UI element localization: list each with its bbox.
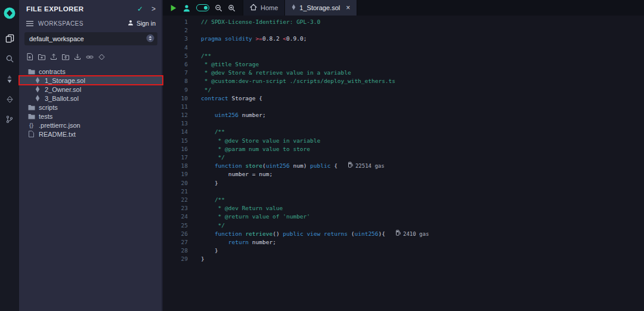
tree-item-tests[interactable]: tests xyxy=(19,112,163,121)
code-text: * @dev Store value in variable xyxy=(197,137,320,145)
code-line-2[interactable]: 2 xyxy=(163,26,644,35)
tree-item-.prettierrc.json[interactable]: {}.prettierrc.json xyxy=(19,121,163,130)
close-tab-icon[interactable]: × xyxy=(346,4,350,11)
code-line-25[interactable]: 25 */ xyxy=(163,221,644,230)
file-tree: contracts1_Storage.sol2_Owner.sol3_Ballo… xyxy=(19,67,163,138)
line-number[interactable]: 14 xyxy=(163,128,197,136)
code-line-8[interactable]: 8 * @custom:dev-run-script ./scripts/dep… xyxy=(163,77,644,85)
line-number[interactable]: 4 xyxy=(163,44,197,52)
code-line-20[interactable]: 20 } xyxy=(163,179,644,187)
tree-item-README.txt[interactable]: README.txt xyxy=(19,130,163,138)
zoom-out-button[interactable] xyxy=(215,4,222,12)
code-line-13[interactable]: 13 xyxy=(163,119,644,128)
tree-item-2_Owner.sol[interactable]: 2_Owner.sol xyxy=(19,85,163,94)
code-line-22[interactable]: 22 /** xyxy=(163,196,644,204)
line-number[interactable]: 7 xyxy=(163,69,197,77)
code-line-11[interactable]: 11 xyxy=(163,103,644,111)
code-line-29[interactable]: 29} xyxy=(163,255,644,263)
code-line-1[interactable]: 1// SPDX-License-Identifier: GPL-3.0 xyxy=(163,18,644,26)
code-line-26[interactable]: 26 function retrieve() public view retur… xyxy=(163,230,644,238)
code-line-27[interactable]: 27 return number; xyxy=(163,238,644,247)
code-line-3[interactable]: 3pragma solidity >=0.8.2 <0.9.0; xyxy=(163,35,644,43)
code-line-19[interactable]: 19 number = num; xyxy=(163,170,644,178)
upload-folder-icon[interactable] xyxy=(62,54,69,60)
tree-item-1_Storage.sol[interactable]: 1_Storage.sol xyxy=(19,76,163,85)
code-line-15[interactable]: 15 * @dev Store value in variable xyxy=(163,137,644,145)
code-line-12[interactable]: 12 uint256 number; xyxy=(163,111,644,119)
upload-file-icon[interactable] xyxy=(50,53,57,60)
panel-resize-handle[interactable] xyxy=(162,0,163,311)
line-number[interactable]: 2 xyxy=(163,26,197,35)
code-line-5[interactable]: 5/** xyxy=(163,52,644,60)
code-line-28[interactable]: 28 } xyxy=(163,247,644,255)
check-icon[interactable]: ✓ xyxy=(137,5,143,13)
toggle-knob-icon xyxy=(204,6,208,10)
code-line-6[interactable]: 6 * @title Storage xyxy=(163,60,644,69)
code-line-24[interactable]: 24 * @return value of 'number' xyxy=(163,213,644,221)
tree-item-contracts[interactable]: contracts xyxy=(19,67,163,76)
new-file-icon[interactable] xyxy=(27,53,33,60)
run-script-button[interactable] xyxy=(169,4,177,12)
code-line-18[interactable]: 18 function store(uint256 num) public {2… xyxy=(163,162,644,170)
line-number[interactable]: 24 xyxy=(163,213,197,221)
git-icon[interactable] xyxy=(0,109,19,130)
tab-1-storage-sol[interactable]: 1_Storage.sol × xyxy=(285,0,357,16)
code-editor[interactable]: 1// SPDX-License-Identifier: GPL-3.023pr… xyxy=(163,16,644,311)
code-line-7[interactable]: 7 * @dev Store & retrieve value in a var… xyxy=(163,69,644,77)
line-number[interactable]: 26 xyxy=(163,230,197,238)
line-number[interactable]: 5 xyxy=(163,52,197,60)
link-icon[interactable] xyxy=(86,54,94,60)
copilot-toggle[interactable] xyxy=(196,4,209,11)
line-number[interactable]: 1 xyxy=(163,18,197,26)
line-number[interactable]: 10 xyxy=(163,94,197,103)
download-icon[interactable] xyxy=(74,53,81,60)
gas-estimate-label: 2410 gas xyxy=(403,230,429,238)
line-number[interactable]: 25 xyxy=(163,221,197,230)
code-line-14[interactable]: 14 /** xyxy=(163,128,644,136)
gist-icon[interactable] xyxy=(98,54,105,60)
chevron-right-icon[interactable]: > xyxy=(151,5,156,13)
line-number[interactable]: 28 xyxy=(163,247,197,255)
search-icon[interactable] xyxy=(0,48,19,69)
code-line-23[interactable]: 23 * @dev Return value xyxy=(163,204,644,213)
gas-icon xyxy=(396,230,401,238)
line-number[interactable]: 23 xyxy=(163,204,197,213)
line-number[interactable]: 19 xyxy=(163,170,197,178)
line-number[interactable]: 21 xyxy=(163,187,197,196)
line-number[interactable]: 13 xyxy=(163,119,197,128)
line-number[interactable]: 9 xyxy=(163,86,197,94)
line-number[interactable]: 8 xyxy=(163,77,197,85)
tree-item-3_Ballot.sol[interactable]: 3_Ballot.sol xyxy=(19,94,163,103)
code-line-10[interactable]: 10contract Storage { xyxy=(163,94,644,103)
solidity-compiler-icon[interactable] xyxy=(0,69,19,89)
line-number[interactable]: 29 xyxy=(163,255,197,263)
remix-logo-icon[interactable] xyxy=(0,3,19,23)
line-number[interactable]: 27 xyxy=(163,238,197,247)
line-number[interactable]: 18 xyxy=(163,162,197,170)
line-number[interactable]: 12 xyxy=(163,111,197,119)
code-line-4[interactable]: 4 xyxy=(163,44,644,52)
workspace-dropdown[interactable]: default_workspace xyxy=(24,32,157,45)
code-line-17[interactable]: 17 */ xyxy=(163,153,644,162)
file-explorer-icon[interactable] xyxy=(0,28,19,48)
workspaces-menu-icon[interactable] xyxy=(26,21,33,26)
line-number[interactable]: 20 xyxy=(163,179,197,187)
line-number[interactable]: 16 xyxy=(163,145,197,153)
line-number[interactable]: 3 xyxy=(163,35,197,43)
line-number[interactable]: 6 xyxy=(163,60,197,69)
code-line-16[interactable]: 16 * @param num value to store xyxy=(163,145,644,153)
deploy-run-icon[interactable] xyxy=(0,89,19,109)
sign-in-button[interactable]: Sign in xyxy=(128,20,156,27)
code-line-21[interactable]: 21 xyxy=(163,187,644,196)
line-number[interactable]: 17 xyxy=(163,153,197,162)
line-number[interactable]: 11 xyxy=(163,103,197,111)
ai-assistant-icon[interactable] xyxy=(182,4,191,12)
tree-item-scripts[interactable]: scripts xyxy=(19,103,163,112)
line-number[interactable]: 15 xyxy=(163,137,197,145)
zoom-in-button[interactable] xyxy=(228,4,236,12)
new-folder-icon[interactable] xyxy=(38,54,45,60)
tab-home[interactable]: Home xyxy=(243,0,285,16)
code-line-9[interactable]: 9 */ xyxy=(163,86,644,94)
line-number[interactable]: 22 xyxy=(163,196,197,204)
editor-actions xyxy=(163,0,243,16)
